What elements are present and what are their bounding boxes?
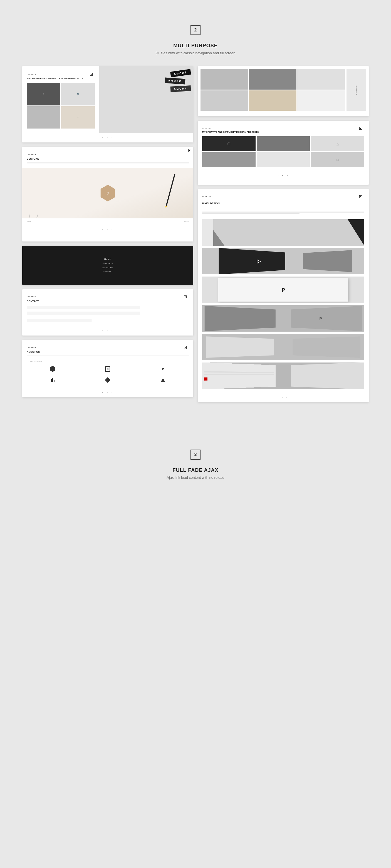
logo-item-6 [137, 376, 189, 384]
text-line-1 [27, 162, 189, 163]
logo-item-3: ᴘ [137, 365, 189, 373]
grid-img-1: ᴘ [27, 83, 60, 105]
logo-item-5 [82, 376, 133, 384]
bar-logo [51, 378, 55, 382]
card-portfolio-left[interactable]: THOMSON ■ MY CREATIVE AND SIMPLICITY MOD… [22, 66, 193, 143]
card-contact[interactable]: THOMSON ■ CONTACT · · · [22, 289, 193, 336]
nav-item-home: Home [104, 258, 111, 260]
nav-item-about: About us [102, 266, 113, 269]
card-pixel-design[interactable]: THOMSON ■ PIXEL DESIGN [198, 189, 369, 402]
about-line-3 [27, 358, 156, 358]
logo-item-4 [27, 376, 78, 384]
card-dots-projects: · · · [198, 171, 369, 180]
portfolio-title-1: MY CREATIVE AND SIMPLICITY MODERN PROJEC… [27, 78, 95, 80]
brand-logo-1: THOMSON [27, 73, 36, 75]
footer-next: NEXT [184, 221, 189, 222]
corner-icon-1: ■ [90, 73, 93, 76]
proj-img-4 [202, 152, 256, 167]
section-subtitle-3: Ajax link load content with no reload [0, 475, 391, 479]
amore-card-1: AMORE [170, 69, 191, 78]
gallery-img-1 [200, 69, 248, 90]
pixel-title: PIXEL DESIGN [202, 202, 364, 205]
gallery-img-2 [249, 69, 296, 90]
gallery-img-3 [297, 69, 345, 90]
contact-title: CONTACT [27, 300, 189, 303]
grid-img-2: 🎵 [61, 83, 95, 105]
card-nav-dark[interactable]: Home Projects About us Contact [22, 246, 193, 285]
logo-item-1 [27, 365, 78, 373]
left-column: THOMSON ■ MY CREATIVE AND SIMPLICITY MOD… [22, 66, 193, 402]
section-number-3: 3 [194, 452, 197, 457]
contact-fields [27, 306, 189, 322]
section-number-box-3: 3 [191, 450, 200, 460]
bespoke-title: BESPOKE [27, 157, 189, 160]
about-desc [27, 355, 189, 358]
square-logo: □ [105, 366, 110, 372]
card-projects-right[interactable]: THOMSON ■ MY CREATIVE AND SIMPLICITY MOD… [198, 121, 369, 185]
grid-img-4: ✦ [61, 106, 95, 128]
arrow-logo [161, 378, 165, 382]
section-subtitle-2: 9+ files html with classic navigation an… [0, 51, 391, 55]
section-3-header: 3 FULL FADE AJAX Ajax link load content … [0, 436, 391, 491]
p-logo: ᴘ [162, 367, 164, 371]
section-title-2: MULTI PURPOSE [0, 43, 391, 49]
brand-logo-pixel: THOMSON [202, 196, 211, 197]
card-right-amore: AMORE AMORE AMORE [99, 66, 193, 133]
pixel-img-3: ᴘ [202, 277, 364, 303]
proj-img-2 [257, 136, 310, 151]
corner-icon-pixel: ■ [359, 195, 362, 198]
projects-right-title: MY CREATIVE AND SIMPLICITY MODERN PROJEC… [202, 131, 364, 133]
proj-img-3: △ [311, 136, 364, 151]
card-bespoke[interactable]: THOMSON ■ BESPOKE [22, 147, 193, 242]
projects-image-grid: ⊙ △ □ [202, 136, 364, 167]
section-title-3: FULL FADE AJAX [0, 467, 391, 473]
pixel-desc [202, 211, 364, 214]
card-about[interactable]: THOMSON ■ ABOUT US LOGO DESIGN [22, 340, 193, 397]
pixel-img-6 [202, 363, 364, 389]
bespoke-header: THOMSON ■ BESPOKE [22, 147, 193, 168]
gallery-img-5 [249, 90, 296, 111]
card-dots-about: · · · [22, 388, 193, 397]
brand-logo-projects-right: THOMSON [202, 127, 211, 129]
gallery-amore-panel: AMORE [347, 69, 366, 111]
pixel-img-1 [202, 219, 364, 246]
brand-logo-bespoke: THOMSON [27, 154, 36, 155]
about-line-1 [27, 355, 189, 356]
text-line-2 [27, 163, 189, 164]
card-dots-bespoke: · · · [22, 224, 193, 234]
corner-icon-bespoke: ■ [188, 149, 191, 152]
about-title: ABOUT US [27, 350, 189, 353]
nav-item-projects: Projects [103, 262, 113, 265]
gallery-grid [200, 69, 345, 111]
proj-img-6: □ [311, 152, 364, 167]
about-line-2 [27, 356, 189, 357]
corner-icon-contact: ■ [184, 296, 187, 298]
page-wrapper: 2 MULTI PURPOSE 9+ files html with class… [0, 0, 391, 513]
card-gallery-right[interactable]: AMORE [198, 66, 369, 116]
corner-icon-projects: ■ [359, 127, 362, 130]
portfolio-image-grid: ᴘ 🎵 ✦ [27, 83, 95, 128]
grid-img-3 [27, 106, 60, 128]
gallery-img-4 [200, 90, 248, 111]
logo-item-2: □ [82, 365, 133, 373]
logo-design-label: LOGO DESIGN [27, 361, 189, 362]
bespoke-desc [27, 162, 189, 165]
nav-item-contact: Contact [103, 271, 112, 273]
proj-img-1: ⊙ [202, 136, 256, 151]
pixel-line-1 [202, 211, 364, 211]
amore-card-3: AMORE [170, 85, 191, 92]
pixel-pagination: · · · [198, 393, 369, 402]
bespoke-footer: PREV NEXT [22, 218, 193, 224]
gallery-img-6 [297, 90, 345, 111]
card-dots-1: · · · [22, 133, 193, 143]
right-column: AMORE THOMSON ■ MY CREATIVE AND SIMPLICI… [198, 66, 369, 402]
footer-prev: PREV [27, 221, 31, 222]
mockups-area: THOMSON ■ MY CREATIVE AND SIMPLICITY MOD… [0, 66, 391, 402]
gallery-amore-label: AMORE [355, 85, 357, 95]
pixel-img-2: ▷ [202, 248, 364, 274]
section-number-box-2: 2 [191, 25, 200, 35]
pixel-line-3 [202, 213, 299, 214]
pixel-img-4: ᴘ [202, 305, 364, 332]
logo-grid: □ ᴘ [27, 365, 189, 384]
amore-card-2: AMORE [165, 78, 185, 84]
